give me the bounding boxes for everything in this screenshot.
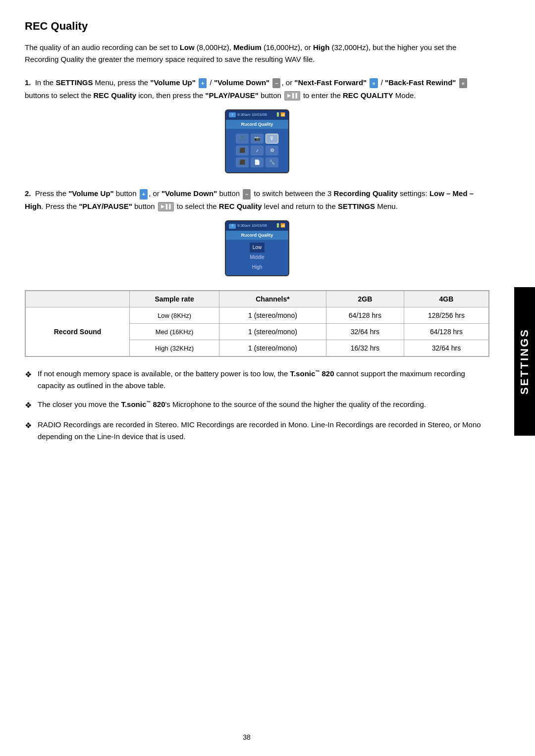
device-screen-1: T 9:30am 10/03/06 🔋📶 Rucord Quality 🎵 📷 … [225,109,289,173]
screen-header-1: T 9:30am 10/03/06 🔋📶 [226,110,288,120]
step-2-text: Press the "Volume Up" button +, or "Volu… [25,189,474,210]
step-1-number: 1. [25,78,31,87]
step-2: 2. Press the "Volume Up" button +, or "V… [25,187,489,276]
list-item-high: High [249,262,266,272]
note-item-1: ❖ If not enough memory space is availabl… [25,368,489,392]
page-number: 38 [0,733,493,741]
note-item-2: ❖ The closer you move the T.sonic™ 820's… [25,399,489,412]
note-text-3: RADIO Recordings are recorded in Stereo.… [38,419,489,443]
side-tab-settings: SETTINGS [514,287,535,436]
step-2-number: 2. [25,189,31,198]
table-cell-high-rate: High (32KHz) [130,340,219,356]
rec-quality-table: Sample rate Channels* 2GB 4GB Record Sou… [25,291,489,356]
table-cell-high-4gb: 32/64 hrs [404,340,488,356]
table-cell-med-rate: Med (16KHz) [130,324,219,340]
page-title: REC Quality [25,20,489,33]
table-cell-med-2gb: 32/64 hrs [326,324,404,340]
table-col-rowheader-empty [26,291,130,307]
icon-cell-tool: 🔧 [266,157,278,167]
back-fast-btn: « [459,78,467,89]
table-cell-med-channels: 1 (stereo/mono) [219,324,326,340]
icon-grid-1: 🎵 📷 🎙 ⬛ ♪ ⚙ ⬛ 📄 🔧 [236,134,278,167]
table-row-low: Record Sound Low (8KHz) 1 (stereo/mono) … [26,307,489,324]
notes-section: ❖ If not enough memory space is availabl… [25,368,489,443]
device-logo-2: T 9:30am 10/03/06 [229,223,267,229]
vol-down-btn-2: – [243,189,251,200]
screen-icons-2: 🔋📶 [275,223,285,229]
table-header-channels: Channels* [219,291,326,307]
table-cell-low-rate: Low (8KHz) [130,307,219,324]
vol-up-btn-2: + [140,189,148,200]
next-fast-btn: » [370,78,377,89]
diamond-icon-3: ❖ [25,419,32,432]
play-pause-btn-1: ▶▐▐ [284,91,300,101]
table-cell-low-4gb: 128/256 hrs [404,307,488,324]
icon-cell-doc: 📄 [251,157,264,167]
table-header-4gb: 4GB [404,291,488,307]
step-1: 1. In the SETTINGS Menu, press the "Volu… [25,76,489,173]
table-cell-med-4gb: 64/128 hrs [404,324,488,340]
note-text-1: If not enough memory space is available,… [38,368,489,392]
icon-cell-photo: 📷 [251,134,264,144]
intro-paragraph: The quality of an audio recording can be… [25,42,489,65]
table-cell-high-channels: 1 (stereo/mono) [219,340,326,356]
icon-cell-blank1: ⬛ [236,146,249,155]
main-content: REC Quality The quality of an audio reco… [0,0,514,756]
volume-up-btn: + [199,78,207,89]
list-item-low: Low [250,243,265,252]
icon-cell-music: 🎵 [236,134,249,144]
step-1-text: In the SETTINGS Menu, press the "Volume … [25,78,468,100]
list-item-middle: Middle [247,252,267,262]
table-header-2gb: 2GB [326,291,404,307]
rec-quality-table-wrapper: Sample rate Channels* 2GB 4GB Record Sou… [25,290,489,357]
diamond-icon-1: ❖ [25,368,32,381]
screen-time-2: 9:30am 10/03/06 [237,223,267,229]
table-cell-low-2gb: 64/128 hrs [326,307,404,324]
screen-body-2: Low Middle High [226,240,288,275]
note-item-3: ❖ RADIO Recordings are recorded in Stere… [25,419,489,443]
screen-body-1: 🎵 📷 🎙 ⬛ ♪ ⚙ ⬛ 📄 🔧 [226,129,288,172]
screen-image-1: T 9:30am 10/03/06 🔋📶 Rucord Quality 🎵 📷 … [25,109,489,173]
screen-title-1: Rucord Quality [226,120,288,129]
screen-image-2: T 9:30am 10/03/06 🔋📶 Rucord Quality Low … [25,220,489,276]
play-pause-btn-2: ▶▐▐ [158,202,174,211]
screen-time-1: 9:30am 10/03/06 [237,112,267,118]
logo-icon-1: T [229,112,236,117]
table-row-header-record-sound: Record Sound [26,307,130,356]
table-header-sample-rate: Sample rate [130,291,219,307]
screen-title-2: Rucord Quality [226,231,288,240]
table-cell-high-2gb: 16/32 hrs [326,340,404,356]
volume-down-btn: – [272,78,280,89]
table-cell-low-channels: 1 (stereo/mono) [219,307,326,324]
screen-header-2: T 9:30am 10/03/06 🔋📶 [226,221,288,231]
icon-cell-rec-selected: 🎙 [266,134,278,144]
screen-icons-1: 🔋📶 [275,112,285,118]
icon-cell-note: ♪ [251,146,264,155]
icon-cell-gear: ⚙ [266,146,278,155]
diamond-icon-2: ❖ [25,399,32,412]
note-text-2: The closer you move the T.sonic™ 820's M… [38,399,489,410]
device-screen-2: T 9:30am 10/03/06 🔋📶 Rucord Quality Low … [225,220,289,276]
device-logo-1: T 9:30am 10/03/06 [229,112,267,118]
icon-cell-blank2: ⬛ [236,157,249,167]
logo-icon-2: T [229,224,236,229]
